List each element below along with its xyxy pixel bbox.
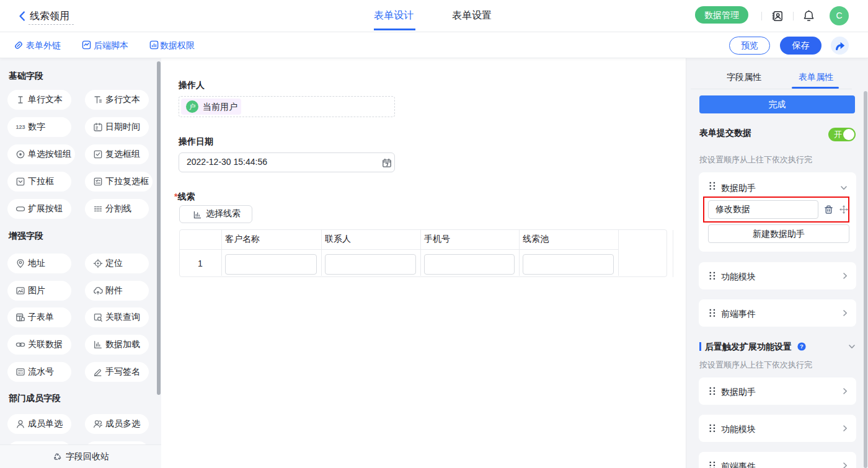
svg-text:?: ?	[800, 343, 804, 350]
